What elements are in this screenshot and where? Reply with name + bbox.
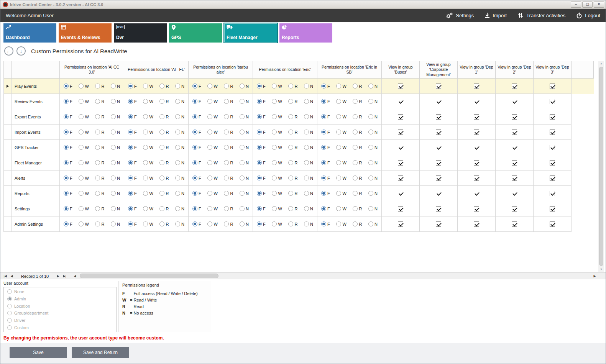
tab-dvr[interactable]: DVRDvr bbox=[114, 23, 167, 43]
radio-option-r[interactable]: R bbox=[224, 175, 233, 180]
group-checkbox[interactable] bbox=[512, 160, 517, 166]
radio-option-r[interactable]: R bbox=[353, 130, 362, 134]
group-checkbox[interactable] bbox=[512, 145, 517, 150]
radio-option-f[interactable]: F bbox=[321, 175, 330, 180]
radio-option-f[interactable]: F bbox=[257, 160, 266, 165]
prev-record-button[interactable]: ◀ bbox=[8, 273, 15, 279]
radio-option-n[interactable]: N bbox=[175, 130, 184, 134]
radio-option-w[interactable]: W bbox=[79, 191, 89, 196]
radio-option-n[interactable]: N bbox=[240, 160, 249, 165]
radio-option-w[interactable]: W bbox=[272, 175, 282, 180]
radio-option-w[interactable]: W bbox=[207, 160, 217, 165]
radio-option-n[interactable]: N bbox=[111, 191, 120, 196]
group-checkbox[interactable] bbox=[436, 160, 441, 166]
radio-option-f[interactable]: F bbox=[64, 99, 72, 104]
radio-option-r[interactable]: R bbox=[353, 191, 362, 196]
radio-option-n[interactable]: N bbox=[240, 130, 249, 134]
group-checkbox[interactable] bbox=[398, 191, 403, 196]
group-checkbox[interactable] bbox=[474, 191, 479, 196]
radio-option-f[interactable]: F bbox=[192, 99, 201, 104]
group-checkbox[interactable] bbox=[436, 145, 441, 150]
user-account-option-group-department[interactable]: Group/department bbox=[7, 311, 113, 315]
minimize-button[interactable]: – bbox=[571, 2, 581, 8]
group-checkbox[interactable] bbox=[512, 206, 517, 212]
group-checkbox[interactable] bbox=[436, 114, 441, 120]
radio-option-f[interactable]: F bbox=[128, 130, 137, 134]
radio-option-r[interactable]: R bbox=[224, 160, 233, 165]
radio-option-n[interactable]: N bbox=[304, 99, 313, 104]
radio-option-n[interactable]: N bbox=[111, 206, 120, 211]
radio-option-n[interactable]: N bbox=[304, 206, 313, 211]
radio-option-f[interactable]: F bbox=[64, 84, 72, 89]
group-checkbox[interactable] bbox=[550, 114, 555, 120]
radio-option-w[interactable]: W bbox=[207, 99, 217, 104]
v-scroll-track[interactable] bbox=[598, 66, 604, 267]
radio-option-w[interactable]: W bbox=[336, 221, 346, 226]
radio-option-w[interactable]: W bbox=[336, 191, 346, 196]
radio-option-f[interactable]: F bbox=[321, 145, 330, 150]
radio-option-w[interactable]: W bbox=[272, 99, 282, 104]
group-checkbox[interactable] bbox=[512, 84, 517, 89]
radio-option-n[interactable]: N bbox=[175, 145, 184, 150]
radio-option-r[interactable]: R bbox=[95, 99, 104, 104]
radio-option-n[interactable]: N bbox=[368, 99, 378, 104]
tab-dashboard[interactable]: Dashboard bbox=[3, 23, 56, 43]
radio-option-f[interactable]: F bbox=[321, 84, 330, 89]
user-account-option-none[interactable]: None bbox=[7, 289, 113, 294]
radio-option-f[interactable]: F bbox=[257, 221, 266, 226]
radio-option-f[interactable]: F bbox=[192, 130, 201, 134]
radio-option-w[interactable]: W bbox=[143, 84, 153, 89]
group-checkbox[interactable] bbox=[550, 206, 555, 212]
radio-option-n[interactable]: N bbox=[304, 160, 313, 165]
radio-option-w[interactable]: W bbox=[207, 84, 217, 89]
radio-option-r[interactable]: R bbox=[288, 191, 297, 196]
radio-option-f[interactable]: F bbox=[64, 175, 72, 180]
radio-option-f[interactable]: F bbox=[192, 175, 201, 180]
radio-option-r[interactable]: R bbox=[224, 145, 233, 150]
group-checkbox[interactable] bbox=[398, 206, 403, 212]
group-checkbox[interactable] bbox=[436, 175, 441, 181]
transfer-activities-action[interactable]: Transfer Activities bbox=[517, 12, 565, 18]
group-checkbox[interactable] bbox=[550, 145, 555, 150]
user-account-option-custom[interactable]: Custom bbox=[7, 325, 113, 330]
radio-option-r[interactable]: R bbox=[95, 114, 104, 119]
group-checkbox[interactable] bbox=[474, 130, 479, 135]
radio-option-r[interactable]: R bbox=[95, 130, 104, 134]
radio-option-n[interactable]: N bbox=[111, 221, 120, 226]
radio-option-r[interactable]: R bbox=[353, 175, 362, 180]
radio-option-n[interactable]: N bbox=[304, 130, 313, 134]
radio-option-n[interactable]: N bbox=[111, 145, 120, 150]
radio-option-w[interactable]: W bbox=[207, 145, 217, 150]
group-checkbox[interactable] bbox=[436, 206, 441, 212]
radio-option-w[interactable]: W bbox=[79, 84, 89, 89]
radio-option-f[interactable]: F bbox=[128, 99, 137, 104]
scroll-right-icon[interactable]: ▶ bbox=[591, 273, 598, 279]
radio-option-f[interactable]: F bbox=[321, 99, 330, 104]
radio-option-f[interactable]: F bbox=[128, 160, 137, 165]
group-checkbox[interactable] bbox=[512, 130, 517, 135]
radio-option-n[interactable]: N bbox=[368, 114, 378, 119]
radio-option-r[interactable]: R bbox=[288, 145, 297, 150]
group-checkbox[interactable] bbox=[436, 84, 441, 89]
radio-option-w[interactable]: W bbox=[143, 114, 153, 119]
group-checkbox[interactable] bbox=[512, 99, 517, 104]
radio-option-f[interactable]: F bbox=[128, 84, 137, 89]
radio-option-n[interactable]: N bbox=[304, 175, 313, 180]
radio-option-r[interactable]: R bbox=[288, 114, 297, 119]
radio-option-r[interactable]: R bbox=[353, 145, 362, 150]
group-checkbox[interactable] bbox=[474, 84, 479, 89]
radio-option-f[interactable]: F bbox=[321, 221, 330, 226]
radio-option-r[interactable]: R bbox=[353, 221, 362, 226]
radio-option-f[interactable]: F bbox=[192, 221, 201, 226]
group-checkbox[interactable] bbox=[474, 99, 479, 104]
radio-option-n[interactable]: N bbox=[111, 175, 120, 180]
radio-option-r[interactable]: R bbox=[288, 130, 297, 134]
radio-option-n[interactable]: N bbox=[240, 221, 249, 226]
radio-option-n[interactable]: N bbox=[175, 221, 184, 226]
radio-option-w[interactable]: W bbox=[79, 130, 89, 134]
group-checkbox[interactable] bbox=[436, 221, 441, 227]
radio-option-w[interactable]: W bbox=[272, 160, 282, 165]
group-checkbox[interactable] bbox=[398, 99, 403, 104]
tab-gps[interactable]: GPS bbox=[169, 23, 222, 43]
radio-option-w[interactable]: W bbox=[207, 191, 217, 196]
